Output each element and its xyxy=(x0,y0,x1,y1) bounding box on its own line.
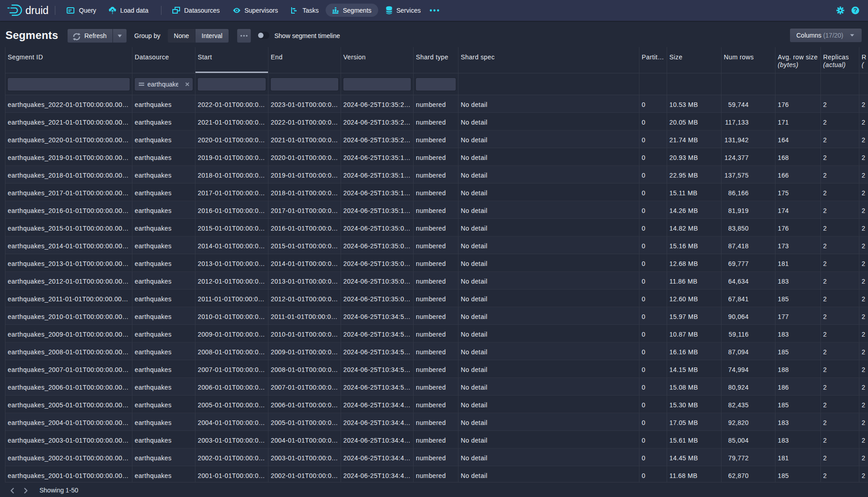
svg-text:?: ? xyxy=(853,7,857,14)
